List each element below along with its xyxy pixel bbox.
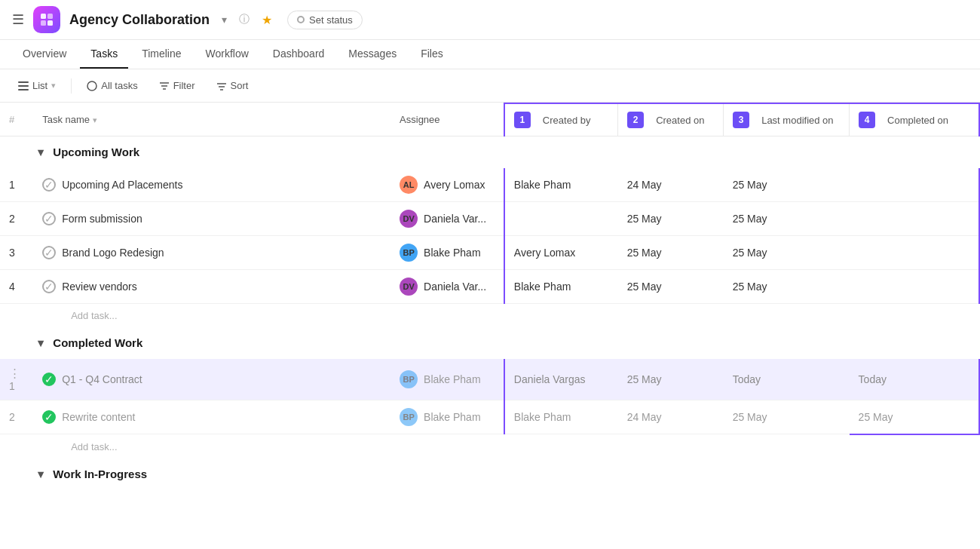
last-modified-label: Last modified on: [761, 115, 833, 126]
modified-on-value: Today: [724, 359, 850, 400]
task-check-icon[interactable]: ✓: [42, 280, 56, 293]
task-name-cell: ✓ Brand Logo Redesign: [33, 236, 390, 270]
task-num: 1: [0, 168, 33, 202]
all-tasks-label: All tasks: [101, 80, 137, 91]
avatar: BP: [400, 244, 418, 262]
task-check-icon[interactable]: ✓: [42, 178, 56, 192]
toolbar-separator-1: [71, 78, 72, 94]
dots-menu-icon[interactable]: ⋮: [9, 367, 20, 379]
assignee-cell: DV Daniela Var...: [390, 202, 504, 236]
status-label: Set status: [309, 14, 353, 26]
assignee-cell: DV Daniela Var...: [390, 270, 504, 304]
info-icon[interactable]: ⓘ: [239, 13, 250, 26]
task-table-container: # Task name ▾ Assignee 1 Created by 2 Cr…: [0, 103, 980, 490]
col-task-header[interactable]: Task name ▾: [33, 103, 390, 136]
task-check-icon[interactable]: ✓: [42, 373, 56, 386]
table-row: 4 ✓ Review vendors DV Daniela Var... Bla…: [0, 270, 979, 304]
modified-on-value: 25 May: [724, 400, 850, 434]
task-name-cell: ✓ Upcoming Ad Placements: [33, 168, 390, 202]
tab-workflow[interactable]: Workflow: [195, 40, 259, 69]
tab-overview[interactable]: Overview: [12, 40, 77, 69]
task-check-icon[interactable]: ✓: [42, 410, 56, 424]
tab-messages[interactable]: Messages: [338, 40, 407, 69]
filter-button[interactable]: Filter: [153, 77, 201, 94]
list-dropdown-icon: ▾: [51, 81, 56, 90]
assignee-cell: BP Blake Pham: [390, 400, 504, 434]
badge-3: 3: [733, 112, 749, 128]
title-dropdown-icon[interactable]: ▾: [222, 14, 227, 26]
badge-2: 2: [627, 112, 644, 128]
task-name-cell: ✓ Review vendors: [33, 270, 390, 304]
assignee-name: Blake Pham: [424, 247, 480, 259]
add-task-button[interactable]: Add task...: [33, 304, 979, 327]
completed-on-value: 25 May: [850, 400, 979, 434]
all-tasks-button[interactable]: All tasks: [81, 77, 143, 94]
work-in-progress-label: Work In-Progress: [53, 468, 147, 480]
avatar: AL: [400, 176, 418, 194]
table-row: ⋮ 1 ✓ Q1 - Q4 Contract BP Blake Pham Dan…: [0, 359, 979, 400]
assignee-name: Daniela Var...: [424, 213, 486, 225]
created-on-value: 25 May: [618, 236, 724, 270]
app-header: ☰ Agency Collaboration ▾ ⓘ ★ Set status: [0, 0, 980, 40]
modified-on-value: 25 May: [724, 168, 850, 202]
add-task-row-completed: Add task...: [0, 434, 979, 459]
task-check-icon[interactable]: ✓: [42, 212, 56, 225]
created-by-value: [504, 202, 618, 236]
modified-on-value: 25 May: [724, 270, 850, 304]
modified-on-value: 25 May: [724, 236, 850, 270]
col-created-by-header: 1 Created by: [504, 103, 618, 136]
filter-icon: [159, 81, 170, 91]
created-on-label: Created on: [656, 115, 704, 126]
set-status-button[interactable]: Set status: [287, 11, 363, 29]
created-by-value: Daniela Vargas: [504, 359, 618, 400]
badge-1: 1: [514, 112, 531, 128]
task-check-icon[interactable]: ✓: [42, 246, 56, 259]
list-label: List: [32, 80, 47, 91]
sort-button[interactable]: Sort: [210, 77, 255, 94]
created-by-label: Created by: [543, 115, 591, 126]
table-header-row: # Task name ▾ Assignee 1 Created by 2 Cr…: [0, 103, 979, 136]
nav-tabs: Overview Tasks Timeline Workflow Dashboa…: [0, 40, 980, 69]
created-on-value: 25 May: [618, 270, 724, 304]
table-row: 2 ✓ Rewrite content BP Blake Pham Blake …: [0, 400, 979, 434]
created-by-value: Avery Lomax: [504, 236, 618, 270]
col-completed-on-header: 4 Completed on: [850, 103, 979, 136]
hamburger-menu[interactable]: ☰: [12, 11, 24, 28]
badge-4: 4: [859, 112, 875, 128]
star-icon[interactable]: ★: [262, 13, 272, 27]
created-by-value: Blake Pham: [504, 400, 618, 434]
created-on-value: 25 May: [618, 359, 724, 400]
task-num: 2: [0, 400, 33, 434]
col-created-on-header: 2 Created on: [618, 103, 724, 136]
tab-tasks[interactable]: Tasks: [80, 40, 128, 69]
section-work-in-progress: ▾ Work In-Progress: [0, 459, 979, 490]
table-row: 3 ✓ Brand Logo Redesign BP Blake Pham Av…: [0, 236, 979, 270]
all-tasks-icon: [87, 81, 97, 91]
svg-point-7: [87, 81, 96, 90]
completed-work-label: Completed Work: [53, 336, 142, 349]
assignee-name: Blake Pham: [424, 373, 480, 385]
completed-work-toggle[interactable]: ▾: [38, 336, 44, 349]
task-name-cell: ✓ Form submission: [33, 202, 390, 236]
upcoming-work-toggle[interactable]: ▾: [38, 146, 44, 158]
task-num: 4: [0, 270, 33, 304]
sort-label: Sort: [231, 80, 249, 91]
tab-timeline[interactable]: Timeline: [131, 40, 191, 69]
work-in-progress-toggle[interactable]: ▾: [38, 468, 44, 480]
modified-on-value: 25 May: [724, 202, 850, 236]
task-name: Rewrite content: [62, 411, 135, 423]
tab-dashboard[interactable]: Dashboard: [262, 40, 335, 69]
add-task-button-completed[interactable]: Add task...: [33, 435, 979, 459]
task-num: ⋮ 1: [0, 359, 33, 400]
svg-rect-3: [47, 20, 53, 26]
list-view-button[interactable]: List ▾: [12, 77, 62, 94]
svg-rect-5: [18, 85, 29, 87]
task-num: 3: [0, 236, 33, 270]
avatar: DV: [400, 210, 418, 228]
svg-rect-4: [18, 81, 29, 83]
tab-files[interactable]: Files: [410, 40, 454, 69]
task-name: Brand Logo Redesign: [62, 247, 164, 259]
col-num-header: #: [0, 103, 33, 136]
list-icon: [18, 81, 29, 91]
task-name-cell: ✓ Q1 - Q4 Contract: [33, 359, 390, 400]
